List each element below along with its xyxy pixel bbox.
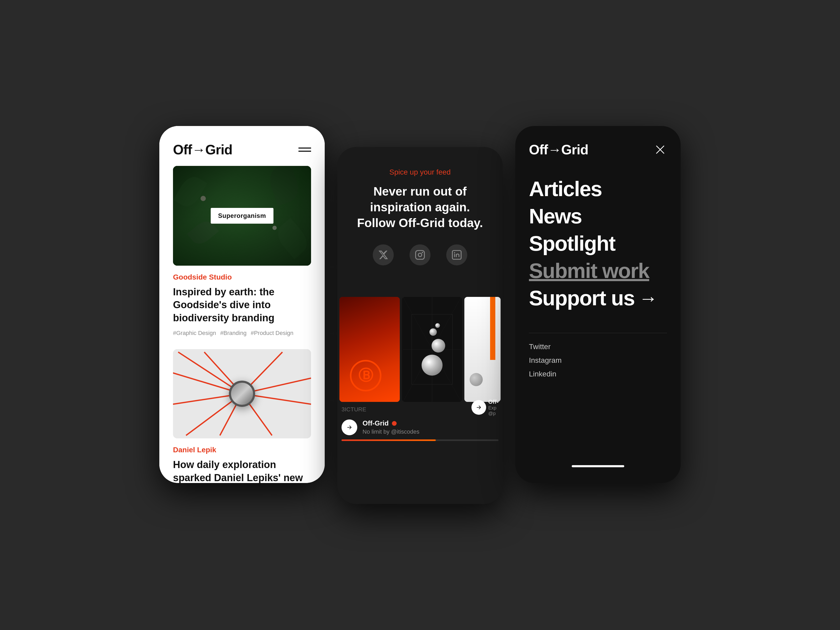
nav-item-articles[interactable]: Articles [529,177,667,202]
profile-name-row: Off-Grid [363,419,420,427]
nav-item-spotlight[interactable]: Spotlight [529,231,667,256]
off-caption-area: Off- Exp @p [471,398,499,416]
x-icon [378,249,388,260]
support-us-label: Support us [529,286,635,311]
nav-menu: Articles News Spotlight Submit work Supp… [529,177,667,311]
logo-phone3: Off→Grid [529,142,588,158]
arrow-button-gallery[interactable] [471,400,486,415]
svg-point-11 [418,253,422,257]
svg-point-12 [422,252,423,253]
nav-item-support-us[interactable]: Support us → [529,286,667,311]
gallery-caption-row: 3ICTURE Off- Exp @p [337,402,503,413]
gallery-item-white[interactable] [464,297,501,402]
profile-subtitle: No limit by @itiscodes [363,428,420,435]
social-icons-row [351,245,489,265]
support-us-arrow: → [639,287,657,309]
instagram-icon-circle[interactable] [409,245,431,265]
social-link-linkedin[interactable]: Linkedin [529,370,667,378]
tag-branding[interactable]: #Branding [220,330,246,336]
phone1-header: Off→Grid [159,126,325,166]
progress-bar-bg [341,439,499,441]
spice-text: Spice up your feed [351,168,489,177]
twitter-icon-circle[interactable] [373,245,394,265]
profile-arrow-icon [346,424,352,431]
phone-2: Spice up your feed Never run out of insp… [337,147,503,504]
progress-bar-container [337,439,503,447]
orange-stripe [490,297,495,360]
gallery-item-dark[interactable] [402,297,462,402]
home-indicator [572,465,624,467]
article1-category[interactable]: Goodside Studio [173,273,311,281]
phone1-content: Superorganism Goodside Studio Inspired b… [159,166,325,483]
follow-section: Spice up your feed Never run out of insp… [337,147,503,297]
profile-name: Off-Grid [363,419,389,427]
tag-graphic-design[interactable]: #Graphic Design [173,330,216,336]
gallery-item-red[interactable]: Ⓑ [339,297,400,402]
b-logo: Ⓑ [350,360,381,392]
phone-3: Off→Grid Articles News Spotlight Submit … [515,126,681,483]
close-button[interactable] [654,143,667,156]
hamburger-button[interactable] [298,147,311,152]
profile-info: Off-Grid No limit by @itiscodes [363,419,420,435]
instagram-icon [415,249,425,260]
article2-category[interactable]: Daniel Lepik [173,446,311,454]
ring-center [229,381,255,407]
superorganism-card: Superorganism [211,208,273,224]
article2-image[interactable] [173,349,311,438]
article2-title[interactable]: How daily exploration sparked Daniel Lep… [173,458,311,483]
orange-dot [392,421,396,426]
at-p-label: @p [488,411,499,416]
nav-item-submit-work[interactable]: Submit work [529,258,667,284]
social-links: Twitter Instagram Linkedin [529,343,667,378]
phone-1: Off→Grid [159,126,325,483]
phones-container: Off→Grid [159,126,681,504]
logo-phone1: Off→Grid [173,142,232,158]
picture-label: 3ICTURE [341,406,366,413]
article1-image[interactable]: Superorganism [173,166,311,266]
sphere-large [422,355,442,376]
exp-label: Exp [488,405,499,411]
off-text-area: Off- Exp @p [488,398,499,416]
off-grid-profile: Off-Grid No limit by @itiscodes [337,413,503,439]
article1-tags: #Graphic Design #Branding #Product Desig… [173,330,311,336]
social-link-twitter[interactable]: Twitter [529,343,667,351]
article1-title[interactable]: Inspired by earth: the Goodside's dive i… [173,286,311,324]
sphere-group [416,323,448,376]
sphere-medium [431,339,445,352]
ball-3d [470,373,483,386]
phone2-gallery: Ⓑ [337,297,503,402]
never-run-text: Never run out of inspiration again. Foll… [351,184,489,231]
sphere-tiny [435,323,440,328]
off-label: Off- [488,398,499,405]
profile-arrow-button[interactable] [341,420,357,435]
svg-rect-10 [415,251,424,259]
nav-item-news[interactable]: News [529,204,667,229]
progress-bar-fill [341,439,436,441]
phone3-header: Off→Grid [529,142,667,158]
close-icon [655,145,665,154]
arrow-right-icon [476,404,482,411]
tag-product-design[interactable]: #Product Design [251,330,294,336]
linkedin-icon-circle[interactable] [446,245,467,265]
linkedin-icon [452,249,462,260]
sphere-small [429,328,437,336]
social-link-instagram[interactable]: Instagram [529,356,667,365]
